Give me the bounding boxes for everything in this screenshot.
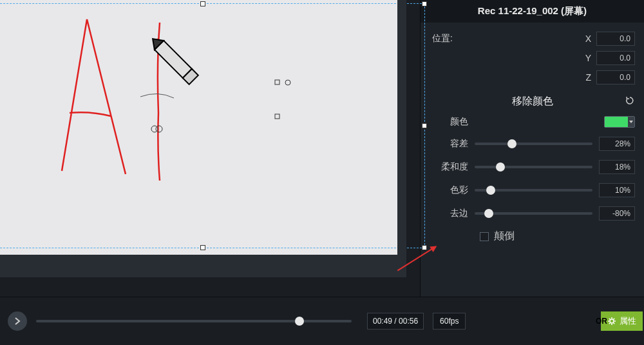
play-icon: [14, 317, 21, 325]
softness-value[interactable]: [599, 160, 635, 174]
timeline: 00:49 / 00:56 60fps: [0, 297, 644, 345]
canvas-wrapper: [0, 0, 406, 277]
hue-value[interactable]: [599, 183, 635, 197]
axis-x-label: X: [582, 34, 591, 44]
defringe-label: 去边: [430, 208, 468, 219]
softness-slider[interactable]: [475, 162, 592, 172]
scrollbar-vertical[interactable]: [397, 0, 406, 277]
handle-tr[interactable]: [422, 1, 427, 6]
gear-icon: [607, 317, 616, 326]
hue-label: 色彩: [430, 184, 468, 196]
handle-right[interactable]: [422, 123, 427, 128]
color-preview: [605, 117, 628, 127]
canvas[interactable]: [0, 0, 406, 255]
color-dropdown-icon[interactable]: [628, 117, 634, 127]
selection-box[interactable]: [0, 3, 425, 248]
remove-color-title: 移除颜色: [512, 95, 553, 108]
hue-slider[interactable]: [475, 185, 592, 195]
panel-title: Rec 11-22-19_002 (屏幕): [421, 0, 644, 23]
position-x-input[interactable]: [596, 32, 635, 46]
play-button[interactable]: [8, 311, 27, 331]
defringe-value[interactable]: [599, 206, 635, 221]
properties-panel: Rec 11-22-19_002 (屏幕) 位置: X Y Z 移除颜色: [420, 0, 644, 345]
color-swatch[interactable]: [604, 116, 635, 128]
handle-bottom[interactable]: [200, 245, 205, 250]
tolerance-slider[interactable]: [475, 139, 592, 149]
timeline-thumb[interactable]: [295, 317, 304, 326]
defringe-slider[interactable]: [475, 208, 592, 219]
handle-br[interactable]: [422, 245, 427, 250]
fps-display: 60fps: [433, 313, 466, 330]
position-z-input[interactable]: [596, 70, 635, 84]
tolerance-value[interactable]: [599, 137, 635, 151]
axis-y-label: Y: [582, 53, 591, 63]
reset-icon[interactable]: [625, 95, 635, 108]
time-display: 00:49 / 00:56: [367, 313, 424, 330]
invert-checkbox[interactable]: [480, 232, 489, 241]
handle-top[interactable]: [200, 1, 205, 6]
softness-label: 柔和度: [430, 161, 468, 173]
tolerance-label: 容差: [430, 138, 468, 150]
timeline-track[interactable]: [36, 320, 352, 322]
properties-button[interactable]: OR 属性: [601, 311, 643, 331]
invert-label: 颠倒: [494, 230, 515, 243]
position-label: 位置:: [430, 33, 453, 44]
axis-z-label: Z: [582, 72, 591, 83]
position-y-input[interactable]: [596, 51, 635, 65]
svg-point-7: [610, 319, 614, 323]
color-label: 颜色: [430, 116, 468, 128]
canvas-area: [0, 0, 420, 297]
